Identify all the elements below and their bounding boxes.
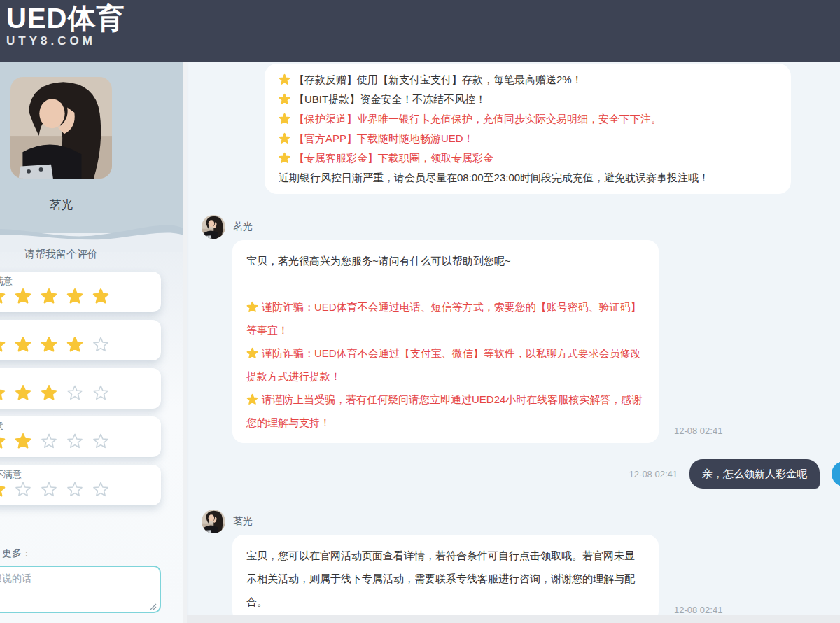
message-paragraph: 宝贝，茗光很高兴为您服务~请问有什么可以帮助到您呢~	[246, 249, 645, 272]
agent-message-row: 宝贝，茗光很高兴为您服务~请问有什么可以帮助到您呢~谨防诈骗：UED体育不会通过…	[232, 240, 840, 443]
agent-message-header: 茗光	[202, 215, 840, 239]
brand-title: UED体育	[6, 3, 125, 34]
rating-list: 非常满意满意一般不满意非常不满意	[0, 272, 161, 513]
rating-stars[interactable]	[0, 288, 161, 304]
rating-card-label: 不满意	[0, 416, 161, 431]
star-icon	[41, 336, 57, 353]
notice-line: 【存款反赠】使用【新支付宝支付】存款，每笔最高赠送2%！	[279, 70, 777, 90]
star-icon	[0, 384, 6, 401]
agent-message-bubble: 宝贝，您可以在官网活动页面查看详情，若符合条件可自行点击领取哦。若官网未显示相关…	[232, 535, 659, 622]
star-icon	[41, 288, 57, 304]
agent-avatar	[10, 77, 112, 178]
rating-prompt: 请帮我留个评价	[0, 248, 126, 261]
rating-card[interactable]: 满意	[0, 320, 161, 360]
brand-logo: UED体育 UTY8.COM	[6, 3, 125, 48]
user-message-row: 12-08 02:41亲，怎么领新人彩金呢	[187, 459, 840, 489]
user-avatar	[832, 461, 840, 486]
message-paragraph: 谨防诈骗：UED体育不会通过【支付宝、微信】等软件，以私聊方式要求会员修改提款方…	[246, 342, 645, 388]
agent-message-avatar	[202, 215, 225, 239]
rating-card-label: 非常不满意	[0, 465, 161, 479]
chat-footer-strip	[187, 615, 840, 623]
star-icon	[41, 384, 57, 401]
agent-message-bubble: 宝贝，茗光很高兴为您服务~请问有什么可以帮助到您呢~谨防诈骗：UED体育不会通过…	[232, 240, 659, 443]
message-paragraph: 请谨防上当受骗，若有任何疑问请您立即通过UED24小时在线客服核实解答，感谢您的…	[246, 388, 645, 434]
message-paragraph: 谨防诈骗：UED体育不会通过电话、短信等方式，索要您的【账号密码、验证码】等事宜…	[246, 295, 645, 342]
star-icon	[279, 74, 290, 85]
rating-card[interactable]: 非常不满意	[0, 465, 161, 505]
notice-line: 【UBIT提款】资金安全！不冻结不风控！	[279, 90, 777, 109]
star-icon	[0, 481, 6, 498]
notice-line: 近期银行风控日渐严重，请会员尽量在08:00至23:00时间段完成充值，避免耽误…	[279, 168, 777, 188]
message-sender-name: 茗光	[233, 515, 253, 528]
sidebar-scrollbar-track[interactable]	[183, 62, 187, 623]
rating-card[interactable]: 一般	[0, 368, 161, 409]
feedback-more-label: 更多：	[2, 547, 31, 560]
star-icon	[15, 384, 31, 401]
agent-message-avatar	[202, 510, 225, 533]
star-icon	[66, 336, 83, 353]
rating-card-label: 一般	[0, 368, 161, 383]
wave-divider	[0, 213, 183, 252]
rating-stars[interactable]	[0, 433, 161, 449]
message-list: 茗光宝贝，茗光很高兴为您服务~请问有什么可以帮助到您呢~谨防诈骗：UED体育不会…	[187, 215, 840, 622]
star-icon	[92, 433, 109, 449]
star-icon	[15, 336, 31, 353]
star-icon	[0, 288, 6, 304]
rating-stars[interactable]	[0, 336, 161, 353]
star-icon	[92, 288, 109, 304]
rating-stars[interactable]	[0, 481, 161, 498]
agent-name: 茗光	[10, 197, 112, 213]
notice-line: 【保护渠道】业界唯一银行卡充值保护，充值同步实际交易明细，安全下下注。	[279, 109, 777, 129]
star-icon	[66, 384, 83, 401]
notice-line: 【官方APP】下载随时随地畅游UED！	[279, 129, 777, 148]
star-icon	[41, 433, 57, 449]
notice-line: 【专属客服彩金】下载职圈，领取专属彩金	[279, 148, 777, 168]
star-icon	[66, 481, 83, 498]
agent-message-row: 宝贝，您可以在官网活动页面查看详情，若符合条件可自行点击领取哦。若官网未显示相关…	[232, 535, 840, 622]
user-message-bubble: 亲，怎么领新人彩金呢	[690, 459, 820, 489]
agent-message-header: 茗光	[202, 510, 840, 533]
star-icon	[15, 433, 31, 449]
star-icon	[15, 288, 31, 304]
message-timestamp: 12-08 02:41	[629, 469, 678, 479]
chat-area: 【存款反赠】使用【新支付宝支付】存款，每笔最高赠送2%！【UBIT提款】资金安全…	[187, 62, 840, 623]
star-icon	[246, 393, 258, 405]
star-icon	[92, 481, 109, 498]
rating-stars[interactable]	[0, 384, 161, 401]
message-sender-name: 茗光	[233, 220, 253, 233]
star-icon	[279, 113, 290, 125]
star-icon	[0, 336, 6, 353]
agent-sidebar: 茗光 请帮我留个评价 非常满意满意一般不满意非常不满意 更多：	[0, 62, 183, 623]
agent-sidebar-inner: 茗光 请帮我留个评价 非常满意满意一般不满意非常不满意 更多：	[0, 62, 183, 623]
star-icon	[15, 481, 31, 498]
rating-card[interactable]: 非常满意	[0, 272, 161, 312]
portrait-photo	[202, 510, 225, 533]
star-icon	[279, 93, 290, 105]
message-paragraph: 宝贝，您可以在官网活动页面查看详情，若符合条件可自行点击领取哦。若官网未显示相关…	[246, 544, 645, 613]
message-timestamp: 12-08 02:41	[674, 426, 722, 436]
app-header: UED体育 UTY8.COM	[0, 0, 840, 62]
star-icon	[92, 336, 109, 353]
star-icon	[279, 132, 290, 144]
portrait-photo	[202, 215, 225, 239]
rating-card[interactable]: 不满意	[0, 416, 161, 457]
rating-card-label: 非常满意	[0, 272, 161, 286]
rating-card-label: 满意	[0, 320, 161, 335]
star-icon	[246, 301, 258, 313]
brand-domain: UTY8.COM	[6, 34, 125, 48]
star-icon	[92, 384, 109, 401]
notice-bubble: 【存款反赠】使用【新支付宝支付】存款，每笔最高赠送2%！【UBIT提款】资金安全…	[265, 64, 791, 194]
message-timestamp: 12-08 02:41	[674, 605, 722, 615]
star-icon	[279, 152, 290, 164]
star-icon	[41, 481, 57, 498]
star-icon	[66, 288, 83, 304]
star-icon	[66, 433, 83, 449]
portrait-photo	[10, 77, 112, 178]
star-icon	[246, 347, 258, 359]
feedback-textarea[interactable]	[0, 566, 161, 613]
star-icon	[0, 433, 6, 449]
